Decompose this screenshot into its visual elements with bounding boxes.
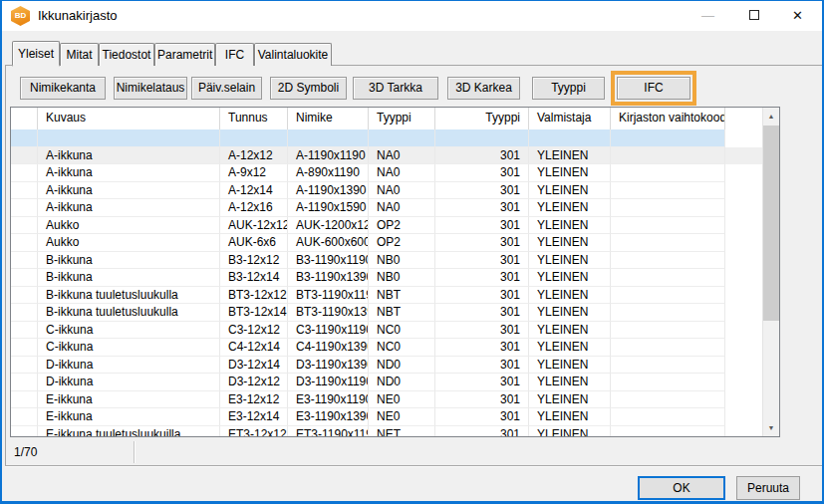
toolbar-button-2d-symboli[interactable]: 2D Symboli (270, 77, 347, 100)
cell-tyyppi2: 301 (435, 164, 529, 182)
row-selector-cell[interactable] (11, 339, 38, 357)
toolbar-button-p-iv-selain[interactable]: Päiv.selain (191, 77, 262, 100)
cell-nimike: A-890x1190 (288, 164, 369, 182)
row-selector-cell[interactable] (11, 147, 38, 165)
cell-valmistaja (529, 129, 611, 147)
table-row[interactable]: C-ikkunaC3-12x12C3-1190x1190NC0301YLEINE… (11, 322, 762, 340)
row-selector-cell[interactable] (11, 426, 38, 437)
cell-kuvaus: E-ikkuna tuuletusluukuilla (38, 426, 220, 437)
cell-tunnus: C3-12x12 (220, 322, 288, 340)
column-header-tunnus[interactable]: Tunnus (220, 108, 288, 129)
cell-tunnus: D3-12x12 (220, 374, 288, 391)
cell-tyyppi2: 301 (435, 234, 529, 252)
maximize-button[interactable] (731, 1, 776, 31)
row-selector-cell[interactable] (11, 408, 38, 426)
cell-kuvaus: A-ikkuna (38, 199, 220, 217)
cell-tunnus: A-12x12 (220, 147, 288, 165)
cell-valmistaja: YLEINEN (529, 391, 611, 409)
row-selector-cell[interactable] (11, 287, 38, 305)
tab-tiedostot[interactable]: Tiedostot (99, 43, 154, 66)
table-row[interactable]: E-ikkunaE3-12x14E3-1190x1390NE0301YLEINE… (11, 408, 762, 426)
row-selector-cell[interactable] (11, 199, 38, 217)
column-header-tyyppi2[interactable]: Tyyppi (435, 108, 529, 129)
minimize-button[interactable]: — (686, 1, 730, 31)
cell-kuvaus: C-ikkuna (38, 339, 220, 357)
cell-kuvaus: A-ikkuna (38, 182, 220, 200)
table-row[interactable]: E-ikkunaE3-12x12E3-1190x1190NE0301YLEINE… (11, 391, 762, 409)
tab-parametrit[interactable]: Parametrit (154, 43, 215, 66)
ok-button[interactable]: OK (638, 476, 725, 500)
scroll-down-icon[interactable]: ▼ (763, 419, 779, 436)
table-row[interactable]: B-ikkunaB3-12x14B3-1190x1390NB0301YLEINE… (11, 269, 762, 287)
cell-tyyppi2: 301 (435, 339, 529, 357)
tab-mitat[interactable]: Mitat (60, 43, 99, 66)
cell-kuvaus: A-ikkuna (38, 164, 220, 182)
table-row[interactable]: B-ikkuna tuuletusluukullaBT3-12x12BT3-11… (11, 287, 762, 305)
cell-tunnus: A-9x12 (220, 164, 288, 182)
scroll-up-icon[interactable]: ▲ (763, 108, 779, 125)
cell-nimike: E3-1190x1390 (288, 408, 369, 426)
vertical-scrollbar[interactable]: ▲ ▼ (762, 108, 779, 436)
row-selector-cell[interactable] (11, 304, 38, 322)
table-row[interactable]: AukkoAUK-12x12AUK-1200x1200OP2301YLEINEN (11, 217, 762, 235)
table-row[interactable]: A-ikkunaA-12x14A-1190x1390NA0301YLEINEN (11, 182, 762, 200)
row-selector-cell[interactable] (11, 217, 38, 235)
cell-nimike: BT3-1190x1190 (288, 287, 369, 305)
row-selector-cell[interactable] (11, 252, 38, 270)
cell-tyyppi2: 301 (435, 182, 529, 200)
cell-vaihtokoodi (611, 217, 725, 235)
cell-nimike: B3-1190x1390 (288, 269, 369, 287)
tab-ifc[interactable]: IFC (215, 43, 254, 66)
table-row[interactable] (11, 129, 762, 147)
cell-kuvaus: B-ikkuna tuuletusluukulla (38, 304, 220, 322)
row-selector-cell[interactable] (11, 322, 38, 340)
table-row[interactable]: C-ikkunaC4-12x14C4-1190x1390NC0301YLEINE… (11, 339, 762, 357)
tab-valintaluokite[interactable]: Valintaluokite (254, 43, 332, 66)
row-selector-cell[interactable] (11, 269, 38, 287)
row-selector-cell[interactable] (11, 234, 38, 252)
toolbar-button-3d-karkea[interactable]: 3D Karkea (447, 77, 520, 100)
table-row[interactable]: D-ikkunaD3-12x12D3-1190x1190ND0301YLEINE… (11, 374, 762, 391)
row-selector-cell[interactable] (11, 374, 38, 391)
toolbar-button-nimikelataus[interactable]: Nimikelataus (114, 77, 187, 100)
column-header-vaihtokoodi[interactable]: Kirjaston vaihtokoodi (611, 108, 725, 129)
table-row[interactable]: A-ikkunaA-12x12A-1190x1190NA0301YLEINEN (11, 147, 762, 165)
table-row[interactable]: B-ikkunaB3-12x12B3-1190x1190NB0301YLEINE… (11, 252, 762, 270)
close-button[interactable]: ✕ (775, 1, 820, 31)
row-selector-cell[interactable] (11, 391, 38, 409)
title-bar: BD Ikkunakirjasto — ✕ (2, 1, 822, 31)
toolbar-button-ifc[interactable]: IFC (617, 77, 690, 100)
table-row[interactable]: B-ikkuna tuuletusluukullaBT3-12x14BT3-11… (11, 304, 762, 322)
scrollbar-thumb[interactable] (763, 126, 779, 321)
row-selector-cell[interactable] (11, 357, 38, 375)
cell-tunnus: B3-12x12 (220, 252, 288, 270)
cell-tyyppi: OP2 (369, 217, 435, 235)
table-row[interactable]: E-ikkuna tuuletusluukuillaET3-12x12ET3-1… (11, 426, 762, 437)
column-header-tyyppi[interactable]: Tyyppi (369, 108, 435, 129)
table-row[interactable]: D-ikkunaD3-12x14D3-1190x1390ND0301YLEINE… (11, 357, 762, 375)
column-header-nimike[interactable]: Nimike (288, 108, 369, 129)
cell-tyyppi: OP2 (369, 234, 435, 252)
cell-nimike: D3-1190x1190 (288, 374, 369, 391)
tab-yleiset[interactable]: Yleiset (12, 41, 60, 67)
row-selector-cell[interactable] (11, 164, 38, 182)
column-header-valmistaja[interactable]: Valmistaja (529, 108, 611, 129)
cell-vaihtokoodi (611, 164, 725, 182)
toolbar-button-tyyppi[interactable]: Tyyppi (532, 77, 605, 100)
table-row[interactable]: A-ikkunaA-9x12A-890x1190NA0301YLEINEN (11, 164, 762, 182)
cancel-button[interactable]: Peruuta (736, 476, 800, 500)
table-row[interactable]: AukkoAUK-6x6AUK-600x600OP2301YLEINEN (11, 234, 762, 252)
toolbar-button-3d-tarkka[interactable]: 3D Tarkka (353, 77, 438, 100)
row-selector-cell[interactable] (11, 129, 38, 147)
cell-valmistaja: YLEINEN (529, 217, 611, 235)
column-header-selector[interactable] (11, 108, 38, 129)
cell-tyyppi2: 301 (435, 252, 529, 270)
table-row[interactable]: A-ikkunaA-12x16A-1190x1590NA0301YLEINEN (11, 199, 762, 217)
column-header-kuvaus[interactable]: Kuvaus (38, 108, 220, 129)
cell-nimike: C4-1190x1390 (288, 339, 369, 357)
toolbar-button-nimikekanta[interactable]: Nimikekanta (20, 77, 106, 100)
row-selector-cell[interactable] (11, 182, 38, 200)
cell-nimike: C3-1190x1190 (288, 322, 369, 340)
cell-vaihtokoodi (611, 408, 725, 426)
cell-tyyppi2 (435, 129, 529, 147)
